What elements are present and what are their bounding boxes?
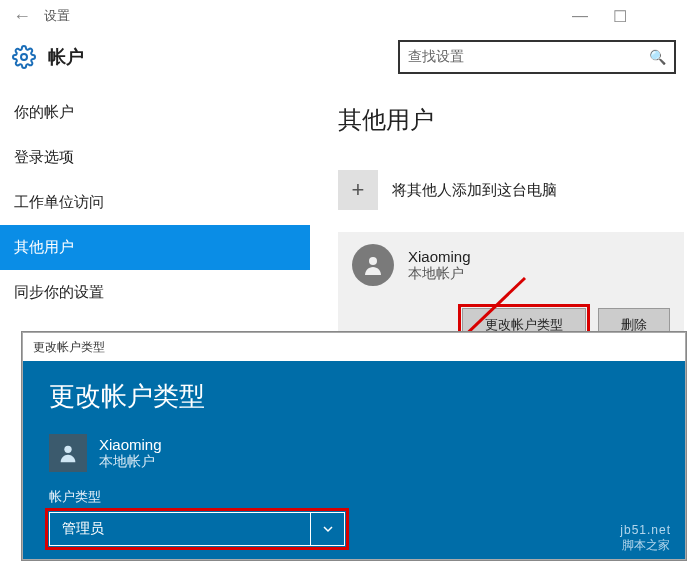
- maximize-button[interactable]: ☐: [600, 2, 640, 30]
- dialog-heading: 更改帐户类型: [49, 379, 659, 414]
- sidebar-item-label: 你的帐户: [14, 103, 74, 120]
- user-name: Xiaoming: [408, 248, 471, 265]
- sidebar-item-your-account[interactable]: 你的帐户: [0, 90, 310, 135]
- dialog-user-row: Xiaoming 本地帐户: [49, 434, 659, 472]
- avatar: [352, 244, 394, 286]
- svg-point-0: [21, 54, 27, 60]
- watermark-text: 脚本之家: [620, 537, 671, 554]
- sidebar-item-sync[interactable]: 同步你的设置: [0, 270, 310, 315]
- sidebar-item-label: 登录选项: [14, 148, 74, 165]
- select-value: 管理员: [62, 520, 104, 538]
- add-user-label: 将其他人添加到这台电脑: [392, 181, 557, 200]
- dialog-user-type: 本地帐户: [99, 453, 162, 471]
- sidebar-item-other-users[interactable]: 其他用户: [0, 225, 310, 270]
- avatar: [49, 434, 87, 472]
- dialog-titlebar: 更改帐户类型: [23, 333, 685, 361]
- watermark-url: jb51.net: [620, 523, 671, 537]
- search-placeholder: 查找设置: [408, 48, 464, 66]
- watermark: jb51.net 脚本之家: [620, 523, 671, 554]
- dialog-title: 更改帐户类型: [33, 339, 105, 356]
- change-account-type-dialog: 更改帐户类型 更改帐户类型 Xiaoming 本地帐户 帐户类型 管理员 jb5…: [22, 332, 686, 560]
- account-type-select[interactable]: 管理员: [49, 512, 345, 546]
- svg-point-1: [369, 257, 377, 265]
- chevron-down-icon: [310, 513, 344, 545]
- sidebar-item-work-access[interactable]: 工作单位访问: [0, 180, 310, 225]
- search-input[interactable]: 查找设置 🔍: [398, 40, 676, 74]
- sidebar: 你的帐户 登录选项 工作单位访问 其他用户 同步你的设置: [0, 90, 310, 354]
- person-icon: [361, 253, 385, 277]
- close-button[interactable]: [640, 2, 680, 30]
- header: 帐户 查找设置 🔍: [0, 32, 688, 90]
- content-pane: 其他用户 + 将其他人添加到这台电脑 Xiaoming 本地帐户 更改帐户类型 …: [310, 90, 688, 354]
- plus-icon: +: [338, 170, 378, 210]
- field-label: 帐户类型: [49, 488, 659, 506]
- user-type: 本地帐户: [408, 265, 471, 283]
- sidebar-item-label: 其他用户: [14, 238, 74, 255]
- search-icon: 🔍: [649, 49, 666, 65]
- user-row[interactable]: Xiaoming 本地帐户: [352, 244, 670, 286]
- window-titlebar: ← 设置 — ☐: [0, 0, 688, 32]
- page-title: 帐户: [48, 45, 84, 69]
- sidebar-item-label: 工作单位访问: [14, 193, 104, 210]
- dialog-user-name: Xiaoming: [99, 436, 162, 453]
- sidebar-item-label: 同步你的设置: [14, 283, 104, 300]
- add-user-row[interactable]: + 将其他人添加到这台电脑: [338, 170, 684, 210]
- section-title: 其他用户: [338, 104, 684, 136]
- svg-point-3: [64, 446, 71, 453]
- person-icon: [57, 442, 79, 464]
- minimize-button[interactable]: —: [560, 2, 600, 30]
- sidebar-item-signin-options[interactable]: 登录选项: [0, 135, 310, 180]
- back-button[interactable]: ←: [8, 6, 36, 27]
- window-title: 设置: [44, 7, 70, 25]
- gear-icon: [12, 45, 36, 69]
